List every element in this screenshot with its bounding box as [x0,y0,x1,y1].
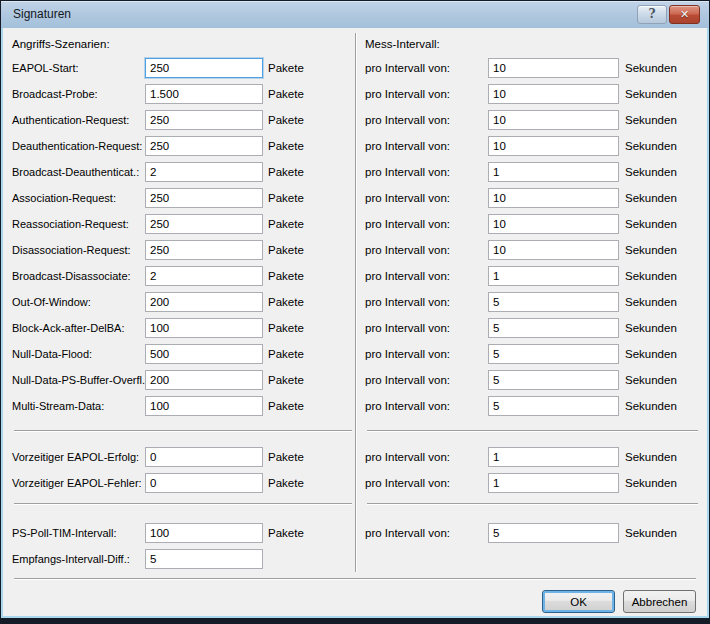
packet-count-input[interactable] [145,447,263,467]
seconds-unit-label: Sekunden [625,470,677,496]
packet-count-input[interactable] [145,110,263,130]
scenario-label: Broadcast-Deauthenticat.: [12,159,139,185]
packet-count-input[interactable] [145,188,263,208]
seconds-unit-label: Sekunden [625,107,677,133]
packet-count-input[interactable] [145,549,263,569]
interval-label: pro Intervall von: [365,470,450,496]
seconds-unit-label: Sekunden [625,159,677,185]
interval-seconds-input[interactable] [488,266,619,286]
window-border-right [707,28,709,618]
seconds-unit-label: Sekunden [625,315,677,341]
interval-label: pro Intervall von: [365,133,450,159]
help-button[interactable]: ? [637,5,667,24]
window-border-bottom [1,616,709,618]
group-separator [1,419,709,444]
packet-count-input[interactable] [145,162,263,182]
interval-seconds-input[interactable] [488,292,619,312]
signatures-dialog-window: Signaturen ? ✕ Angriffs-Szenarien: Mess-… [0,0,710,624]
scenario-label: Deauthentication-Request: [12,133,142,159]
interval-seconds-input[interactable] [488,110,619,130]
seconds-unit-label: Sekunden [625,520,677,546]
interval-seconds-input[interactable] [488,523,619,543]
packet-count-input[interactable] [145,84,263,104]
interval-seconds-input[interactable] [488,447,619,467]
packet-count-input[interactable] [145,240,263,260]
signature-row: Block-Ack-after-DelBA: Pakete pro Interv… [1,315,709,341]
scenario-label: Broadcast-Probe: [12,81,98,107]
scenario-label: Broadcast-Disassociate: [12,263,131,289]
interval-seconds-input[interactable] [488,188,619,208]
packet-unit-label: Pakete [268,55,304,81]
close-button[interactable]: ✕ [669,5,700,24]
group-separator-left [14,430,352,432]
packet-unit-label: Pakete [268,289,304,315]
scenario-label: Authentication-Request: [12,107,129,133]
interval-seconds-input[interactable] [488,473,619,493]
interval-seconds-input[interactable] [488,58,619,78]
interval-label: pro Intervall von: [365,367,450,393]
interval-seconds-input[interactable] [488,240,619,260]
signature-row: Broadcast-Deauthenticat.: Pakete pro Int… [1,159,709,185]
seconds-unit-label: Sekunden [625,367,677,393]
interval-seconds-input[interactable] [488,318,619,338]
signature-row: Out-Of-Window: Pakete pro Intervall von:… [1,289,709,315]
packet-count-input[interactable] [145,396,263,416]
signature-row: Vorzeitiger EAPOL-Fehler: Pakete pro Int… [1,470,709,496]
packet-count-input[interactable] [145,370,263,390]
interval-seconds-input[interactable] [488,136,619,156]
packet-unit-label: Pakete [268,315,304,341]
scenario-label: Reassociation-Request: [12,211,129,237]
interval-label: pro Intervall von: [365,55,450,81]
signature-row: Broadcast-Disassociate: Pakete pro Inter… [1,263,709,289]
interval-seconds-input[interactable] [488,84,619,104]
interval-label: pro Intervall von: [365,211,450,237]
seconds-unit-label: Sekunden [625,393,677,419]
group-separator-left [14,503,352,505]
signature-row: Authentication-Request: Pakete pro Inter… [1,107,709,133]
scenario-label: Vorzeitiger EAPOL-Fehler: [12,470,142,496]
signature-row: Null-Data-PS-Buffer-Overfl.: Pakete pro … [1,367,709,393]
interval-label: pro Intervall von: [365,107,450,133]
packet-unit-label: Pakete [268,107,304,133]
packet-unit-label: Pakete [268,237,304,263]
packet-count-input[interactable] [145,292,263,312]
packet-count-input[interactable] [145,318,263,338]
scenario-label: Empfangs-Intervall-Diff.: [12,546,130,572]
packet-unit-label: Pakete [268,520,304,546]
interval-label: pro Intervall von: [365,393,450,419]
packet-count-input[interactable] [145,214,263,234]
seconds-unit-label: Sekunden [625,444,677,470]
packet-count-input[interactable] [145,136,263,156]
signature-row: PS-Poll-TIM-Intervall: Pakete pro Interv… [1,520,709,546]
packet-unit-label: Pakete [268,159,304,185]
measure-interval-header: Mess-Intervall: [365,38,440,50]
packet-unit-label: Pakete [268,393,304,419]
seconds-unit-label: Sekunden [625,55,677,81]
ok-button[interactable]: OK [542,590,615,613]
interval-seconds-input[interactable] [488,344,619,364]
packet-unit-label: Pakete [268,470,304,496]
signature-row: Multi-Stream-Data: Pakete pro Intervall … [1,393,709,419]
interval-seconds-input[interactable] [488,396,619,416]
scenario-label: Null-Data-PS-Buffer-Overfl.: [12,367,148,393]
interval-seconds-input[interactable] [488,370,619,390]
interval-seconds-input[interactable] [488,162,619,182]
group-separator [1,496,709,520]
packet-count-input[interactable] [145,266,263,286]
packet-count-input[interactable] [145,473,263,493]
packet-count-input[interactable] [145,523,263,543]
packet-unit-label: Pakete [268,133,304,159]
packet-count-input[interactable] [145,58,263,78]
packet-unit-label: Pakete [268,211,304,237]
signature-row: Reassociation-Request: Pakete pro Interv… [1,211,709,237]
interval-seconds-input[interactable] [488,214,619,234]
seconds-unit-label: Sekunden [625,81,677,107]
signature-row: EAPOL-Start: Pakete pro Intervall von: S… [1,55,709,81]
signature-row: Broadcast-Probe: Pakete pro Intervall vo… [1,81,709,107]
titlebar[interactable]: Signaturen ? ✕ [1,1,709,28]
signature-row: Vorzeitiger EAPOL-Erfolg: Pakete pro Int… [1,444,709,470]
cancel-button[interactable]: Abbrechen [623,590,696,613]
seconds-unit-label: Sekunden [625,133,677,159]
interval-label: pro Intervall von: [365,520,450,546]
packet-count-input[interactable] [145,344,263,364]
